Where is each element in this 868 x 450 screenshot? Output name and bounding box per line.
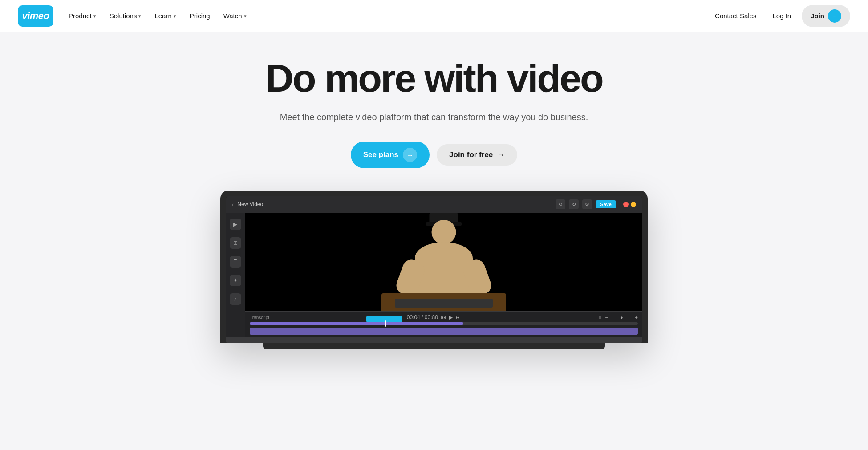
sidebar-layers-icon[interactable]: ⊞ <box>230 237 241 249</box>
zoom-slider[interactable]: ——●—— <box>610 315 633 320</box>
timeline-track[interactable] <box>250 322 638 325</box>
chevron-down-icon: ▾ <box>174 13 176 19</box>
laptop-base <box>226 337 642 343</box>
nav-item-pricing[interactable]: Pricing <box>184 8 215 23</box>
editor-timeline: Transcript 00:04 / 00:80 ⏮ ▶ ⏭ ⏸ <box>245 311 642 337</box>
logo-text: vimeo <box>22 10 49 22</box>
laptop-body: ‹ New Video ↺ ↻ ⚙ Save <box>220 191 648 343</box>
timeline-waveform <box>250 328 638 335</box>
timeline-progress <box>250 322 463 325</box>
nav-item-solutions[interactable]: Solutions ▾ <box>104 8 147 23</box>
contact-sales-link[interactable]: Contact Sales <box>710 8 762 23</box>
timeline-time: 00:04 / 00:80 <box>407 314 438 320</box>
video-preview <box>245 213 642 311</box>
arrow-icon: → <box>828 9 841 23</box>
close-icon[interactable] <box>623 202 629 207</box>
nav-item-learn[interactable]: Learn ▾ <box>149 8 181 23</box>
editor-top-right: ↺ ↻ ⚙ Save <box>556 199 636 209</box>
login-button[interactable]: Log In <box>765 8 798 23</box>
timeline-top: Transcript 00:04 / 00:80 ⏮ ▶ ⏭ ⏸ <box>250 314 638 320</box>
editor-sidebar: ▶ ⊞ T ✦ ♪ <box>226 213 245 337</box>
hero-section: Do more with video Meet the complete vid… <box>0 32 868 349</box>
head <box>432 220 456 244</box>
zoom-out-icon[interactable]: − <box>605 315 608 320</box>
logo[interactable]: vimeo <box>18 5 53 27</box>
traffic-lights <box>623 202 636 207</box>
sidebar-effects-icon[interactable]: ✦ <box>230 275 241 286</box>
editor-save-button[interactable]: Save <box>596 200 616 208</box>
navbar-right: Contact Sales Log In Join → <box>710 5 850 27</box>
editor-main: Transcript 00:04 / 00:80 ⏮ ▶ ⏭ ⏸ <box>245 213 642 337</box>
chevron-down-icon: ▾ <box>138 13 141 19</box>
sidebar-text-icon[interactable]: T <box>230 256 241 268</box>
timeline-label: Transcript <box>250 315 269 320</box>
nav-item-watch[interactable]: Watch ▾ <box>218 8 252 23</box>
sidebar-video-icon[interactable]: ▶ <box>230 219 241 230</box>
timeline-playhead <box>385 320 386 327</box>
editor-body: ▶ ⊞ T ✦ ♪ <box>226 213 642 337</box>
nav-item-product[interactable]: Product ▾ <box>63 8 101 23</box>
hero-title: Do more with video <box>265 59 603 98</box>
back-icon[interactable]: ‹ <box>232 201 234 208</box>
timeline-right-controls: ⏸ − ——●—— + <box>598 315 638 320</box>
play-back-icon[interactable]: ⏮ <box>441 314 446 320</box>
join-free-button[interactable]: Join for free → <box>437 144 517 166</box>
laptop-screen: ‹ New Video ↺ ↻ ⚙ Save <box>226 196 642 337</box>
redo-icon[interactable]: ↻ <box>569 199 579 209</box>
chevron-down-icon: ▾ <box>244 13 247 19</box>
zoom-in-icon[interactable]: + <box>635 315 638 320</box>
hero-subtitle: Meet the complete video platform that ca… <box>280 110 588 124</box>
chevron-down-icon: ▾ <box>93 13 96 19</box>
transcript-clip[interactable] <box>366 316 402 322</box>
pause-icon[interactable]: ⏸ <box>598 315 603 320</box>
see-plans-button[interactable]: See plans → <box>351 142 430 168</box>
laptop-mockup: ‹ New Video ↺ ↻ ⚙ Save <box>220 191 648 349</box>
keyboard <box>395 299 493 308</box>
arrow-icon: → <box>403 148 417 162</box>
play-forward-icon[interactable]: ⏭ <box>455 314 461 320</box>
undo-icon[interactable]: ↺ <box>556 199 565 209</box>
sidebar-audio-icon[interactable]: ♪ <box>230 293 241 305</box>
laptop-bottom-edge <box>263 343 605 349</box>
navbar-left: vimeo Product ▾ Solutions ▾ Learn ▾ Pric… <box>18 5 252 27</box>
timeline-controls: 00:04 / 00:80 ⏮ ▶ ⏭ <box>407 314 461 320</box>
navbar: vimeo Product ▾ Solutions ▾ Learn ▾ Pric… <box>0 0 868 32</box>
join-button[interactable]: Join → <box>802 5 850 27</box>
editor-top-bar: ‹ New Video ↺ ↻ ⚙ Save <box>226 196 642 213</box>
minimize-icon[interactable] <box>631 202 636 207</box>
play-icon[interactable]: ▶ <box>449 314 453 320</box>
hero-buttons: See plans → Join for free → <box>351 142 518 168</box>
settings-icon[interactable]: ⚙ <box>582 199 592 209</box>
editor-top-left: ‹ New Video <box>232 201 263 208</box>
